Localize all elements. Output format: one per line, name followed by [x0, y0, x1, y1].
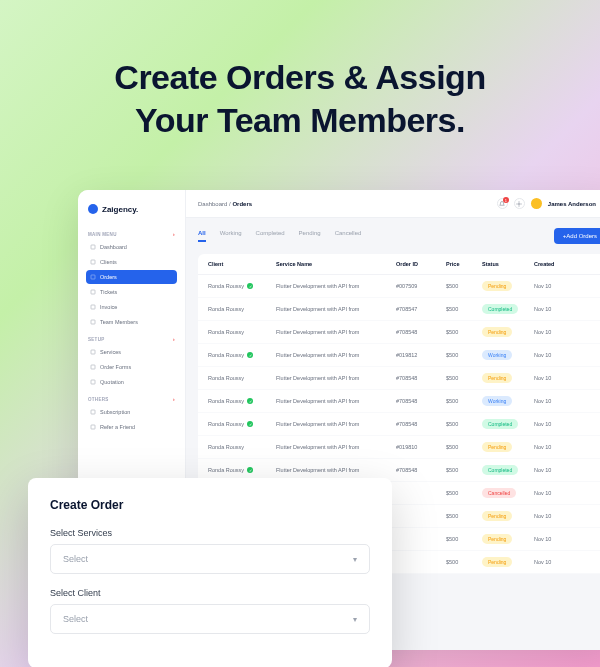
svg-rect-7	[91, 365, 95, 369]
sidebar-item-services[interactable]: Services	[86, 345, 177, 359]
cell-service: Flutter Development with API from	[276, 398, 396, 404]
cell-price: $500	[446, 467, 482, 473]
tab-completed[interactable]: Completed	[256, 230, 285, 242]
cell-status: Pending	[482, 557, 534, 567]
form-icon	[90, 364, 96, 370]
file-icon	[90, 304, 96, 310]
team-icon	[90, 319, 96, 325]
cell-status: Working	[482, 350, 534, 360]
label-client: Select Client	[50, 588, 370, 598]
cell-status: Pending	[482, 281, 534, 291]
table-row[interactable]: Ronda Roussy✓ Flutter Development with A…	[198, 390, 600, 413]
cell-created: Nov 10	[534, 513, 574, 519]
cell-client: Ronda Roussy✓	[208, 467, 276, 473]
cell-client: Ronda Roussy✓	[208, 398, 276, 404]
status-badge: Working	[482, 350, 512, 360]
cell-orderid: #708547	[396, 306, 446, 312]
sidebar-item-refer-a-friend[interactable]: Refer a Friend	[86, 420, 177, 434]
tab-all[interactable]: All	[198, 230, 206, 242]
sidebar-item-quotation[interactable]: Quotation	[86, 375, 177, 389]
chevron-down-icon: ▾	[353, 555, 357, 564]
hero-title: Create Orders & AssignYour Team Members.	[0, 0, 600, 165]
cell-price: $500	[446, 421, 482, 427]
cell-orderid: #708548	[396, 375, 446, 381]
table-row[interactable]: Ronda Roussy✓ Flutter Development with A…	[198, 413, 600, 436]
users-icon	[90, 259, 96, 265]
cell-service: Flutter Development with API from	[276, 467, 396, 473]
quote-icon	[90, 379, 96, 385]
verified-icon: ✓	[247, 421, 253, 427]
status-badge: Cancelled	[482, 488, 516, 498]
ticket-icon	[90, 289, 96, 295]
select-services[interactable]: Select ▾	[50, 544, 370, 574]
tabs-row: AllWorkingCompletedPendingCancelled +Add…	[198, 228, 600, 244]
table-row[interactable]: Ronda Roussy Flutter Development with AP…	[198, 298, 600, 321]
sidebar-item-subscription[interactable]: Subscription	[86, 405, 177, 419]
cell-status: Pending	[482, 534, 534, 544]
notification-button[interactable]: 1	[497, 198, 508, 209]
sidebar-item-label: Order Forms	[100, 364, 131, 370]
cell-orderid: #019812	[396, 352, 446, 358]
svg-rect-3	[91, 290, 95, 294]
select-services-placeholder: Select	[63, 554, 88, 564]
sidebar-item-clients[interactable]: Clients	[86, 255, 177, 269]
tab-working[interactable]: Working	[220, 230, 242, 242]
cell-status: Completed	[482, 465, 534, 475]
verified-icon: ✓	[247, 352, 253, 358]
sidebar-item-dashboard[interactable]: Dashboard	[86, 240, 177, 254]
status-badge: Pending	[482, 442, 512, 452]
cell-price: $500	[446, 283, 482, 289]
sidebar-item-orders[interactable]: Orders	[86, 270, 177, 284]
cell-created: Nov 10	[534, 490, 574, 496]
table-row[interactable]: Ronda Roussy Flutter Development with AP…	[198, 367, 600, 390]
cell-created: Nov 10	[534, 467, 574, 473]
sidebar-item-team-members[interactable]: Team Members	[86, 315, 177, 329]
cell-status: Pending	[482, 373, 534, 383]
sidebar-item-tickets[interactable]: Tickets	[86, 285, 177, 299]
svg-rect-0	[91, 245, 95, 249]
add-orders-button[interactable]: +Add Orders	[554, 228, 600, 244]
logo-text: Zaigency.	[102, 205, 138, 214]
status-badge: Pending	[482, 557, 512, 567]
sidebar-item-order-forms[interactable]: Order Forms	[86, 360, 177, 374]
cell-price: $500	[446, 352, 482, 358]
cell-status: Pending	[482, 511, 534, 521]
cell-created: Nov 10	[534, 306, 574, 312]
cell-client: Ronda Roussy	[208, 375, 276, 381]
cell-client: Ronda Roussy✓	[208, 283, 276, 289]
cell-status: Pending	[482, 442, 534, 452]
cell-client: Ronda Roussy	[208, 444, 276, 450]
verified-icon: ✓	[247, 467, 253, 473]
table-row[interactable]: Ronda Roussy Flutter Development with AP…	[198, 436, 600, 459]
th-status: Status	[482, 261, 534, 267]
cell-status: Completed	[482, 304, 534, 314]
breadcrumb: Dashboard / Orders	[198, 201, 252, 207]
sidebar-item-invoice[interactable]: Invoice	[86, 300, 177, 314]
topbar-right: 1 James Anderson ⌄	[497, 198, 600, 209]
svg-rect-4	[91, 305, 95, 309]
cell-price: $500	[446, 444, 482, 450]
table-row[interactable]: Ronda Roussy Flutter Development with AP…	[198, 321, 600, 344]
gear-icon	[90, 349, 96, 355]
cell-status: Pending	[482, 327, 534, 337]
logo[interactable]: Zaigency.	[86, 200, 177, 224]
status-badge: Completed	[482, 465, 518, 475]
cell-orderid: #708548	[396, 467, 446, 473]
logo-icon	[88, 204, 98, 214]
tab-pending[interactable]: Pending	[299, 230, 321, 242]
cell-created: Nov 10	[534, 352, 574, 358]
cell-service: Flutter Development with API from	[276, 421, 396, 427]
select-client[interactable]: Select ▾	[50, 604, 370, 634]
cell-created: Nov 10	[534, 536, 574, 542]
tab-cancelled[interactable]: Cancelled	[335, 230, 362, 242]
verified-icon: ✓	[247, 398, 253, 404]
table-row[interactable]: Ronda Roussy✓ Flutter Development with A…	[198, 344, 600, 367]
avatar[interactable]	[531, 198, 542, 209]
chevron-down-icon: ▾	[353, 615, 357, 624]
settings-button[interactable]	[514, 198, 525, 209]
sidebar-item-label: Subscription	[100, 409, 130, 415]
table-row[interactable]: Ronda Roussy✓ Flutter Development with A…	[198, 275, 600, 298]
cell-client: Ronda Roussy✓	[208, 421, 276, 427]
status-badge: Pending	[482, 511, 512, 521]
cell-orderid: #019810	[396, 444, 446, 450]
